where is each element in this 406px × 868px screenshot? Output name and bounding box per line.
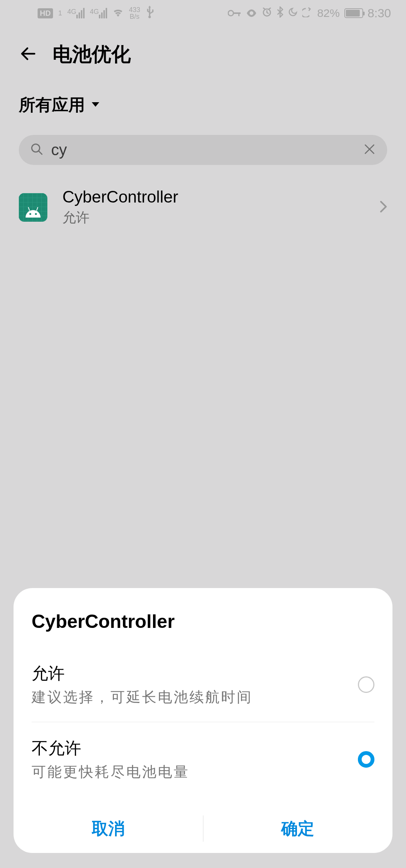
- data-icon: [302, 7, 313, 20]
- back-icon[interactable]: [19, 44, 38, 65]
- speed-indicator: 433 B/s: [129, 6, 140, 20]
- chevron-right-icon: [380, 200, 387, 215]
- clear-icon[interactable]: [363, 143, 376, 157]
- option-deny-desc: 可能更快耗尽电池电量: [32, 762, 347, 782]
- option-allow-desc: 建议选择，可延长电池续航时间: [32, 688, 347, 707]
- cancel-button[interactable]: 取消: [14, 804, 203, 853]
- app-name: CyberController: [62, 188, 365, 206]
- dialog-buttons: 取消 确定: [14, 804, 392, 853]
- hd-icon: HD: [38, 8, 53, 18]
- battery-percent: 82%: [317, 7, 340, 20]
- search-input[interactable]: cy: [19, 135, 387, 165]
- filter-label: 所有应用: [19, 94, 85, 116]
- clock-time: 8:30: [368, 6, 391, 20]
- app-icon: [19, 193, 47, 222]
- battery-icon: [344, 8, 363, 18]
- options-dialog: CyberController 允许 建议选择，可延长电池续航时间 不允许 可能…: [14, 588, 392, 853]
- status-left: HD 1 4G 4G 433 B/s: [38, 6, 154, 21]
- app-list-item[interactable]: CyberController 允许: [0, 172, 406, 242]
- app-status: 允许: [62, 209, 365, 227]
- search-text: cy: [51, 141, 356, 159]
- app-item-text: CyberController 允许: [62, 188, 365, 227]
- option-deny-label: 不允许: [32, 737, 347, 759]
- svg-point-0: [228, 11, 233, 16]
- header: 电池优化: [0, 26, 406, 79]
- dialog-title: CyberController: [14, 611, 392, 647]
- option-deny[interactable]: 不允许 可能更快耗尽电池电量: [32, 722, 374, 797]
- eye-icon: [246, 7, 257, 20]
- status-right: 82% 8:30: [228, 6, 391, 20]
- signal-2: 4G: [90, 8, 107, 18]
- key-icon: [228, 7, 241, 20]
- search-icon: [30, 142, 44, 157]
- svg-rect-2: [238, 12, 239, 16]
- option-allow-label: 允许: [32, 662, 347, 685]
- alarm-icon: [262, 7, 272, 20]
- radio-unselected-icon: [358, 676, 374, 693]
- page-title: 电池优化: [53, 41, 131, 68]
- signal-1: 4G: [67, 8, 85, 18]
- status-bar: HD 1 4G 4G 433 B/s: [0, 0, 406, 26]
- confirm-button[interactable]: 确定: [203, 804, 392, 853]
- wifi-icon: [112, 7, 124, 20]
- bluetooth-icon: [277, 6, 283, 20]
- usb-icon: [145, 6, 154, 21]
- moon-icon: [288, 7, 298, 20]
- radio-selected-icon: [358, 751, 374, 768]
- filter-dropdown[interactable]: 所有应用: [0, 79, 406, 127]
- one-icon: 1: [58, 9, 62, 17]
- chevron-down-icon: [91, 101, 100, 109]
- option-allow[interactable]: 允许 建议选择，可延长电池续航时间: [14, 647, 392, 722]
